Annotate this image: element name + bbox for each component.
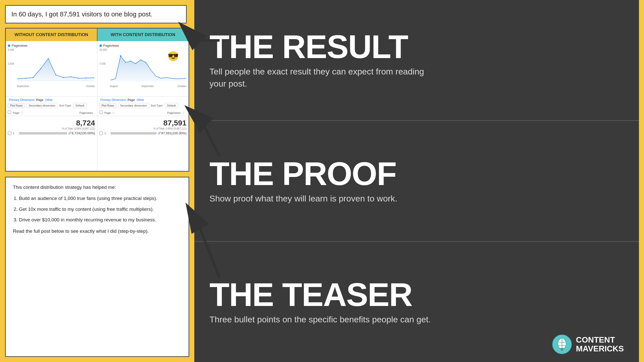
info-icon-views-right: ⓘ	[182, 111, 184, 115]
data-panel-right: Page ⓘ Pageviews ⓘ ↓ 87,591 % of Total: …	[97, 110, 189, 171]
chart-right: Pageviews 15,000 7,500	[97, 41, 189, 96]
row-url-bar-left	[19, 132, 67, 135]
content-mavericks-logo-icon	[552, 334, 572, 354]
bottom-intro: This content distribution strategy has h…	[13, 184, 181, 191]
x-label-oct: October	[86, 85, 95, 88]
right-panel: THE RESULT Tell people the exact result …	[194, 0, 639, 362]
data-panel-left: Page ⓘ Pageviews ↓ 8,724 % of Total: 0.0…	[6, 110, 97, 171]
svg-point-5	[48, 58, 49, 59]
other-link-right[interactable]: Other	[137, 98, 144, 102]
svg-point-18	[140, 59, 141, 60]
sort-arrow-left: ↓	[94, 111, 95, 114]
controls-half-left: Primary Dimension: Page Other Plot Rows …	[6, 97, 97, 110]
bottom-text-panel: This content distribution strategy has h…	[5, 177, 189, 357]
svg-point-6	[55, 74, 56, 75]
row-value-right: 87,591(100.00%)	[161, 131, 186, 135]
svg-point-1	[17, 78, 18, 79]
header-with-distribution: WITH CONTENT DISTRIBUTION	[97, 29, 189, 41]
svg-point-2	[25, 78, 26, 79]
chart-left-svg	[17, 48, 95, 81]
chart-left: Pageviews 5,000 2,500	[6, 41, 97, 96]
y-label-5000: 5,000	[8, 48, 14, 51]
row-num-left: 1.	[13, 132, 17, 135]
list-item-2: Get 10x more traffic to my content (usin…	[19, 205, 181, 213]
select-all-left[interactable]	[8, 111, 11, 114]
section-result: THE RESULT Tell people the exact result …	[194, 0, 639, 120]
emoji-sunglasses: 😎	[168, 51, 179, 62]
col-views-label-right: Pageviews ⓘ ↓	[161, 111, 186, 115]
chart-right-legend: Pageviews	[99, 44, 187, 47]
sub-number-right: % of Total: 0.89% (9,867,111)	[97, 127, 189, 130]
charts-row: Pageviews 5,000 2,500	[6, 41, 189, 97]
row-checkbox-left[interactable]	[8, 132, 11, 135]
legend-dot-left	[8, 44, 10, 47]
callout-box: In 60 days, I got 87,591 visitors to one…	[5, 5, 187, 23]
info-icon-page-right: ⓘ	[112, 112, 115, 114]
svg-point-11	[93, 77, 94, 78]
y-label-15000: 15,000	[99, 48, 107, 51]
controls-split: Primary Dimension: Page Other Plot Rows …	[6, 97, 189, 110]
result-title: THE RESULT	[209, 30, 408, 63]
default-btn-right[interactable]: Default	[165, 103, 178, 108]
bottom-list: Build an audience of 1,000 true fans (us…	[19, 195, 181, 224]
svg-point-14	[120, 55, 121, 57]
sort-arrow-right: ↓	[185, 111, 187, 114]
legend-dot-right	[99, 44, 102, 47]
select-all-right[interactable]	[99, 111, 103, 114]
analytics-header: WITHOUT CONTENT DISTRIBUTION WITH CONTEN…	[6, 29, 189, 41]
row-value-left: 8,724(100.00%)	[72, 131, 95, 135]
other-link-left[interactable]: Other	[45, 98, 53, 102]
bottom-cta: Read the full post below to see exactly …	[13, 227, 181, 235]
logo-area: CONTENT MAVERICKS	[552, 334, 624, 354]
svg-point-17	[135, 63, 136, 64]
default-btn-left[interactable]: Default	[73, 103, 87, 108]
col-views-label-left: Pageviews ↓	[70, 111, 95, 115]
result-subtitle: Tell people the exact result they can ex…	[209, 66, 437, 90]
x-label-aug: August	[110, 85, 118, 88]
col-page-label-left: Page ⓘ	[8, 111, 70, 115]
sub-number-left: % of Total: 0.09% (9,867,111)	[6, 127, 97, 130]
secondary-dim-btn-right[interactable]: Secondary dimension	[118, 103, 149, 108]
controls-half-right: Primary Dimension: Page Other Plot Rows …	[97, 97, 189, 110]
svg-point-3	[33, 77, 34, 78]
analytics-panel: WITHOUT CONTENT DISTRIBUTION WITH CONTEN…	[5, 28, 189, 172]
y-label-7500: 7,500	[99, 62, 106, 65]
plot-rows-btn-left[interactable]: Plot Rows	[8, 103, 25, 108]
x-label-sep2: September	[142, 85, 154, 88]
secondary-dim-btn-left[interactable]: Secondary dimension	[26, 103, 58, 108]
big-number-right: 87,591	[97, 116, 189, 127]
plot-rows-btn-right[interactable]: Plot Rows	[99, 103, 117, 108]
svg-point-19	[145, 62, 146, 63]
data-panels-row: Page ⓘ Pageviews ↓ 8,724 % of Total: 0.0…	[6, 110, 189, 171]
list-item-1: Build an audience of 1,000 true fans (us…	[19, 195, 181, 202]
col-page-label-right: Page ⓘ	[99, 111, 162, 115]
svg-point-9	[78, 78, 79, 79]
primary-dim-right: Primary Dimension: Page Other	[99, 98, 187, 102]
external-link-icon-right: 🔗	[158, 132, 161, 135]
svg-point-4	[40, 68, 41, 69]
svg-point-7	[63, 77, 64, 78]
big-number-left: 8,724	[6, 116, 97, 127]
svg-point-10	[86, 77, 87, 79]
proof-subtitle: Show proof what they will learn is prove…	[209, 193, 397, 205]
x-label-sep: September	[17, 85, 29, 88]
teaser-subtitle: Three bullet points on the specific bene…	[209, 314, 431, 326]
chart-left-legend: Pageviews	[8, 44, 95, 47]
table-header-left: Page ⓘ Pageviews ↓	[6, 110, 97, 116]
section-teaser: THE TEASER Three bullet points on the sp…	[194, 242, 639, 362]
row-checkbox-right[interactable]	[99, 132, 103, 135]
list-item-3: Drive over $10,000 in monthly recurring …	[19, 216, 181, 224]
logo-name: CONTENT MAVERICKS	[576, 335, 624, 353]
callout-text: In 60 days, I got 87,591 visitors to one…	[11, 10, 152, 18]
svg-point-16	[130, 61, 131, 62]
table-row-left: 1. 🔗 8,724(100.00%)	[6, 130, 97, 136]
proof-title: THE PROOF	[209, 157, 396, 190]
table-row-right: 1. 🔗 87,591(100.00%)	[97, 130, 189, 136]
svg-point-8	[70, 76, 71, 77]
row-url-bar-right	[111, 132, 157, 135]
sort-type-label-left: Sort Type:	[59, 104, 72, 107]
x-label-oct2: October	[177, 85, 186, 88]
table-header-right: Page ⓘ Pageviews ⓘ ↓	[97, 110, 189, 116]
svg-point-15	[125, 62, 126, 63]
section-proof: THE PROOF Show proof what they will lear…	[194, 120, 639, 242]
